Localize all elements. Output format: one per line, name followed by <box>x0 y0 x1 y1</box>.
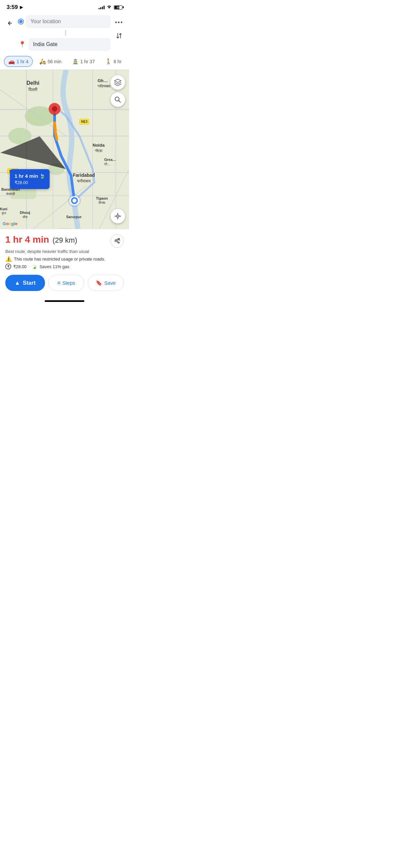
steps-label: Steps <box>63 280 75 286</box>
home-bar <box>45 300 85 302</box>
start-arrow-icon: ▲ <box>14 280 20 286</box>
steps-icon: ≡ <box>57 280 60 286</box>
bottom-panel: 1 hr 4 min (29 km) Best route, despite h… <box>0 229 129 298</box>
origin-dot-icon <box>19 19 23 24</box>
battery-icon: 66 <box>114 5 123 9</box>
origin-input[interactable] <box>26 15 110 28</box>
tab-motorbike[interactable]: 🛵 56 min <box>35 56 66 66</box>
warning-text: This route has restricted usage or priva… <box>14 256 105 261</box>
separator: · <box>29 264 30 269</box>
more-dots-icon: ••• <box>115 19 124 26</box>
start-button[interactable]: ▲ Start <box>5 275 45 291</box>
car-tab-label: 1 hr 4 <box>16 59 29 64</box>
route-summary: 1 hr 4 min (29 km) <box>5 235 124 248</box>
route-toll-info: ₹ ₹28.00 · 🍃 Saves 11% gas <box>5 264 124 270</box>
my-location-button[interactable] <box>110 209 125 223</box>
route-description: Best route, despite heavier traffic than… <box>5 249 124 254</box>
map-layer-button[interactable] <box>110 75 125 90</box>
more-options-button[interactable]: ••• <box>113 17 125 28</box>
status-icons: 66 <box>99 5 123 10</box>
map-view[interactable]: Delhiदिल्ली Noidaनोएडा Faridabadफरीदाबाद… <box>0 70 129 229</box>
svg-point-13 <box>118 216 119 217</box>
route-time-distance: 1 hr 4 min (29 km) <box>5 235 77 245</box>
save-bookmark-icon: 🔖 <box>96 280 102 286</box>
transit-icon: 🚊 <box>72 58 79 65</box>
map-search-button[interactable] <box>110 92 125 107</box>
eco-savings: Saves 11% gas <box>39 264 69 269</box>
save-button[interactable]: 🔖 Save <box>88 275 124 291</box>
motorbike-tab-label: 56 min <box>47 59 62 64</box>
eco-icon: 🍃 <box>39 174 45 179</box>
warning-icon: ⚠️ <box>5 256 12 262</box>
start-label: Start <box>23 280 36 286</box>
status-bar: 3:59 ▶ 66 <box>0 0 129 12</box>
route-warning: ⚠️ This route has restricted usage or pr… <box>5 256 124 262</box>
tab-car[interactable]: 🚗 1 hr 4 <box>4 56 33 67</box>
origin-row <box>19 15 110 28</box>
eco-leaf-icon: 🍃 <box>32 264 37 269</box>
walk-tab-label: 6 hr <box>113 59 122 64</box>
steps-button[interactable]: ≡ Steps <box>48 275 85 291</box>
route-inputs: 📍 <box>19 15 110 51</box>
svg-point-8 <box>52 106 57 112</box>
back-button[interactable] <box>4 17 16 29</box>
tab-transit[interactable]: 🚊 1 hr 37 <box>68 56 99 66</box>
save-label: Save <box>104 280 115 286</box>
route-distance: (29 km) <box>53 236 77 244</box>
map-drag-handle <box>58 228 71 229</box>
motorbike-icon: 🛵 <box>39 58 46 65</box>
search-header: 📍 ••• <box>0 12 129 53</box>
destination-input[interactable] <box>29 38 110 51</box>
destination-pin-icon: 📍 <box>19 41 26 47</box>
route-info-bubble: 1 hr 4 min 🍃 ₹28.00 <box>10 169 49 189</box>
swap-directions-button[interactable] <box>113 30 125 42</box>
destination-row: 📍 <box>19 38 110 51</box>
ne3-badge: NE3 <box>79 119 89 124</box>
wifi-icon <box>106 5 112 10</box>
location-arrow-icon: ▶ <box>20 5 23 9</box>
walk-icon: 🚶 <box>105 58 112 65</box>
tab-cycle[interactable]: 🚴 – <box>128 56 129 66</box>
route-connector <box>20 30 110 35</box>
toll-amount: ₹28.00 <box>13 264 27 269</box>
bubble-time: 1 hr 4 min <box>14 173 38 179</box>
toll-icon: ₹ <box>5 264 11 270</box>
signal-icon <box>99 5 104 9</box>
status-time: 3:59 ▶ <box>7 4 23 10</box>
tab-walk[interactable]: 🚶 6 hr <box>101 56 125 66</box>
header-actions: ••• <box>113 15 125 42</box>
bubble-toll: ₹28.00 <box>14 180 45 186</box>
route-time: 1 hr 4 min <box>5 235 49 245</box>
transit-tab-label: 1 hr 37 <box>80 59 95 64</box>
google-logo: Google <box>3 221 18 226</box>
car-icon: 🚗 <box>8 58 15 65</box>
transport-tabs: 🚗 1 hr 4 🛵 56 min 🚊 1 hr 37 🚶 6 hr 🚴 – <box>0 53 129 70</box>
svg-point-6 <box>72 198 76 203</box>
share-button[interactable] <box>110 235 124 248</box>
home-indicator <box>0 298 129 303</box>
action-buttons: ▲ Start ≡ Steps 🔖 Save <box>5 275 124 291</box>
svg-point-9 <box>53 114 56 116</box>
